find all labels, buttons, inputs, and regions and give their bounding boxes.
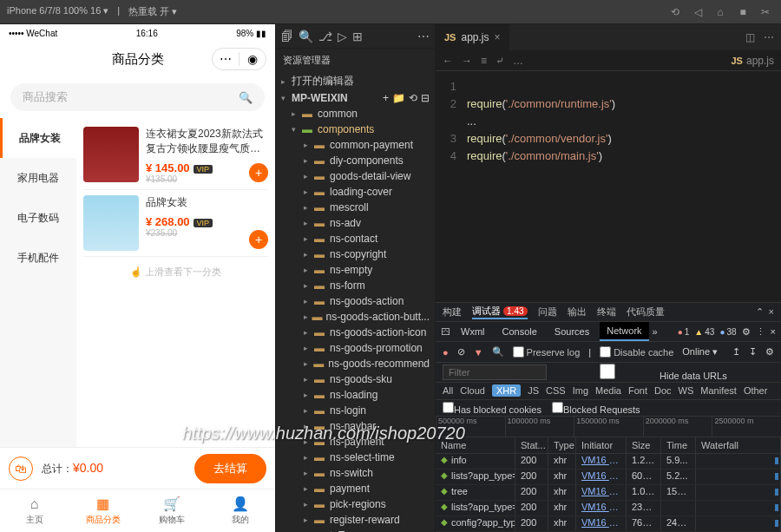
split-icon[interactable]: ◫ [745, 31, 755, 43]
files-icon[interactable]: 🗐 [281, 30, 293, 43]
tab-network[interactable]: Network [600, 322, 648, 341]
stop-icon[interactable]: ■ [734, 3, 751, 21]
more-tabs-icon[interactable]: » [653, 326, 658, 337]
filter-type[interactable]: JS [528, 385, 539, 396]
folder-item[interactable]: ▸▬payment [276, 481, 435, 496]
folder-item[interactable]: ▸▬register-reward [276, 512, 435, 528]
folder-item[interactable]: ▸▬diy-components [276, 153, 435, 168]
col-name[interactable]: Name [436, 437, 515, 453]
minimize-icon[interactable]: ⌃ [756, 306, 764, 318]
project-root[interactable]: ▾MP-WEIXIN+📁⟲⊟ [276, 90, 435, 106]
filter-type[interactable]: CSS [546, 385, 566, 396]
forward-icon[interactable]: → [462, 55, 472, 67]
filter-type[interactable]: XHR [492, 384, 521, 397]
folder-item[interactable]: ▸▬ns-goods-sku [276, 371, 435, 387]
tab-sources[interactable]: Sources [548, 323, 596, 340]
folder-item[interactable]: ▸▬ns-goods-promotion [276, 340, 435, 356]
folder-item[interactable]: ▸▬common-payment [276, 137, 435, 153]
code-editor[interactable]: 12require('./common/runtime.js')...3requ… [436, 71, 781, 302]
blocked-requests-checkbox[interactable]: Blocked Requests [552, 402, 640, 415]
cart-icon[interactable]: 🛍 [9, 456, 33, 481]
col-initiator[interactable]: Initiator [576, 437, 627, 453]
debug-icon[interactable]: ▷ [338, 30, 347, 43]
close-icon[interactable]: × [495, 31, 501, 43]
folder-item[interactable]: ▸▬ns-empty [276, 262, 435, 278]
folder-item[interactable]: ▸▬ns-goods-action-butt... [276, 309, 435, 325]
inspect-icon[interactable]: ⮹ [441, 326, 450, 337]
search-input[interactable]: 商品搜索 🔍 [10, 83, 265, 111]
folder-item[interactable]: ▸▬ns-form [276, 278, 435, 293]
filter-type[interactable]: Doc [654, 385, 672, 396]
filter-type[interactable]: All [443, 385, 453, 396]
folder-common[interactable]: ▸▬common [276, 106, 435, 122]
wrap-icon[interactable]: ⤶ [496, 55, 504, 67]
filter-input[interactable] [443, 365, 547, 380]
refresh-icon[interactable]: ⟲ [666, 3, 684, 21]
col-type[interactable]: Type [548, 437, 576, 453]
network-row[interactable]: ◆config?app_type...200xhrVM16 as...766..… [436, 516, 781, 532]
new-folder-icon[interactable]: 📁 [392, 92, 405, 104]
folder-item[interactable]: ▸▬ns-goods-recommend [276, 356, 435, 371]
disable-cache-checkbox[interactable]: Disable cache [600, 346, 673, 358]
cut-icon[interactable]: ✂ [757, 3, 774, 21]
new-file-icon[interactable]: + [383, 92, 389, 104]
warning-count[interactable]: 43 [694, 327, 714, 337]
breadcrumb[interactable]: app.js [746, 55, 774, 67]
capsule-close-icon[interactable]: ◉ [240, 52, 266, 66]
gear-icon[interactable]: ⚙ [742, 326, 751, 338]
col-time[interactable]: Time [661, 437, 696, 453]
info-count[interactable]: 38 [719, 327, 736, 337]
filter-type[interactable]: WS [679, 385, 694, 396]
category-item[interactable]: 手机配件 [0, 238, 76, 278]
add-to-cart-button[interactable]: + [249, 230, 268, 249]
goods-card[interactable]: 连衣裙女夏2023新款法式复古方领收腰显瘦气质赫... ¥ 145.00VIP … [83, 122, 268, 190]
col-waterfall[interactable]: Waterfall [696, 437, 781, 453]
tab-category[interactable]: ▦商品分类 [69, 489, 137, 532]
network-row[interactable]: ◆info200xhrVM16 as...1.2 ...5.9... [436, 454, 781, 470]
tab-debugger[interactable]: 调试器 1.43 [472, 305, 528, 319]
clear-icon[interactable]: ⊘ [457, 346, 465, 358]
throttle-select[interactable]: Online ▾ [682, 346, 718, 358]
error-count[interactable]: 1 [678, 327, 690, 337]
network-row[interactable]: ◆tree200xhrVM16 as...1.0 ...159... [436, 485, 781, 501]
filter-type[interactable]: Cloud [460, 385, 485, 396]
close-icon[interactable]: × [771, 326, 776, 337]
collapse-icon[interactable]: ⊟ [421, 92, 430, 104]
goods-card[interactable]: 品牌女装 ¥ 268.00VIP ¥235.00 + [83, 190, 268, 257]
search-icon[interactable]: 🔍 [299, 30, 313, 43]
col-size[interactable]: Size [627, 437, 661, 453]
category-item[interactable]: 品牌女装 [0, 118, 76, 158]
preserve-log-checkbox[interactable]: Preserve log [513, 346, 581, 358]
network-row[interactable]: ◆lists?app_type=w...200xhrVM16 as...603.… [436, 470, 781, 485]
open-editors-header[interactable]: ▸打开的编辑器 [276, 72, 435, 90]
tab-wxml[interactable]: Wxml [454, 323, 492, 340]
folder-components[interactable]: ▾▬components [276, 122, 435, 137]
folder-item[interactable]: ▸▬mescroll [276, 200, 435, 215]
folder-item[interactable]: ▸▬loading-cover [276, 184, 435, 200]
hide-urls-checkbox[interactable]: Hide data URLs [555, 364, 727, 381]
tab-profile[interactable]: 👤我的 [207, 489, 275, 532]
folder-item[interactable]: ▸▬ns-select-time [276, 450, 435, 465]
folder-item[interactable]: ▸▬ns-loading [276, 387, 435, 403]
record-icon[interactable]: ● [443, 347, 449, 358]
device-selector[interactable]: iPhone 6/7/8 100% 16 ▾ [7, 5, 108, 18]
back-icon[interactable]: ← [443, 55, 453, 67]
col-status[interactable]: Stat... [515, 437, 548, 453]
close-icon[interactable]: × [769, 306, 774, 318]
tab-output[interactable]: 输出 [568, 305, 587, 319]
folder-item[interactable]: ▸▬ns-contact [276, 231, 435, 246]
back-icon[interactable]: ◁ [689, 3, 706, 21]
tab-cart[interactable]: 🛒购物车 [138, 489, 207, 532]
tab-terminal[interactable]: 终端 [597, 305, 616, 319]
blocked-cookies-checkbox[interactable]: Has blocked cookies [443, 402, 541, 415]
download-icon[interactable]: ↧ [749, 346, 757, 358]
tab-code-quality[interactable]: 代码质量 [627, 305, 665, 319]
folder-item[interactable]: ▸▬ns-copyright [276, 246, 435, 262]
folder-item[interactable]: ▸▬ns-navbar [276, 418, 435, 434]
capsule-menu-icon[interactable]: ⋯ [213, 52, 239, 66]
category-item[interactable]: 家用电器 [0, 158, 76, 198]
more-icon[interactable]: ⋯ [764, 31, 774, 43]
home-icon[interactable]: ⌂ [712, 3, 729, 21]
category-item[interactable]: 电子数码 [0, 198, 76, 238]
editor-tab[interactable]: JS app.js × [436, 24, 510, 50]
